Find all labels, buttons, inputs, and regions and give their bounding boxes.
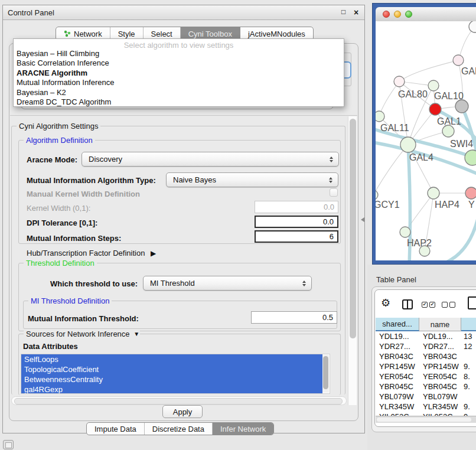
- cell-shared: YBL079W: [376, 392, 419, 401]
- algorithm-definition-title: Algorithm Definition: [24, 136, 95, 145]
- minimized-panel-icon[interactable]: [3, 440, 14, 449]
- float-window-icon[interactable]: □: [341, 8, 345, 16]
- settings-horizontal-scrollbar[interactable]: [11, 396, 347, 405]
- panel-divider-arrow[interactable]: [361, 217, 364, 222]
- which-threshold-combobox[interactable]: MI Threshold: [143, 276, 312, 291]
- table-row-partial[interactable]: YIL052CYIL052C9: [376, 412, 476, 416]
- mi-steps-field[interactable]: 6: [255, 230, 338, 243]
- settings-horizontal-scroll-thumb[interactable]: [14, 398, 343, 405]
- kernel-width-field[interactable]: 0.0: [255, 201, 338, 213]
- table-row[interactable]: YBR045CYBR045C9.: [376, 381, 476, 392]
- manual-kernel-checkbox[interactable]: [330, 188, 338, 197]
- algorithm-option[interactable]: Dream8 DC_TDC Algorithm: [14, 97, 344, 107]
- node-salmon[interactable]: [465, 187, 476, 199]
- cell-shared: YPR145W: [376, 362, 419, 371]
- mi-threshold-field[interactable]: 0.5: [251, 311, 337, 324]
- zoom-traffic-light-icon[interactable]: [405, 11, 412, 18]
- table-horizontal-scroll-thumb[interactable]: [377, 418, 471, 422]
- hub-definition-label: Hub/Transcription Factor Definition: [27, 249, 145, 257]
- mi-threshold-label: Mutual Information Threshold:: [28, 314, 139, 323]
- table-row[interactable]: YDR27...YDR27...12: [376, 341, 476, 351]
- mi-type-label: Mutual Information Algorithm Type:: [27, 176, 156, 185]
- node-gal4[interactable]: [400, 137, 416, 152]
- sources-group-title[interactable]: Sources for Network Inference ▼: [24, 330, 140, 338]
- settings-vertical-scroll-thumb[interactable]: [350, 119, 356, 338]
- aracne-mode-label: Aracne Mode:: [27, 155, 77, 164]
- apply-button[interactable]: Apply: [162, 405, 203, 418]
- hub-definition-toggle[interactable]: Hub/Transcription Factor Definition ▶: [27, 249, 152, 257]
- sources-title-label: Sources for Network Inference: [26, 330, 130, 338]
- checked-box-icon: ✔: [429, 302, 435, 308]
- algorithm-option[interactable]: Bayesian – K2: [14, 88, 344, 97]
- node-gal80[interactable]: [394, 76, 405, 87]
- algorithm-option[interactable]: Bayesian – Hill Climbing: [14, 49, 344, 58]
- algorithm-option[interactable]: Mutual Information Inference: [14, 78, 344, 87]
- node-gray[interactable]: [455, 100, 468, 113]
- select-all-checkboxes-icon[interactable]: ✔ ✔: [422, 302, 435, 308]
- table-row[interactable]: YBR043CYBR043C: [376, 351, 476, 361]
- deselect-all-checkboxes-icon[interactable]: [442, 302, 455, 308]
- table-row[interactable]: YLR345WYLR345W9.: [376, 402, 476, 412]
- mi-threshold-value: 0.5: [322, 313, 333, 322]
- aracne-mode-combobox[interactable]: Discovery: [81, 152, 339, 167]
- algorithm-option[interactable]: Basic Correlation Inference: [14, 58, 344, 68]
- settings-vertical-scrollbar[interactable]: [348, 116, 357, 405]
- tab-discretize-data[interactable]: Discretize Data: [145, 423, 213, 435]
- attribute-item-selected[interactable]: SelfLoops: [21, 354, 322, 364]
- cell-name: YDR27...: [419, 342, 461, 351]
- mi-threshold-title: MI Threshold Definition: [28, 296, 112, 305]
- control-panel-titlebar[interactable]: Control Panel □ ×: [3, 5, 364, 20]
- node-gcy1[interactable]: [376, 190, 378, 200]
- table-panel-title: Table Panel: [376, 275, 416, 284]
- table-row[interactable]: YER054CYER054C8.: [376, 371, 476, 381]
- network-window-titlebar[interactable]: [376, 7, 476, 22]
- kernel-width-label: Kernel Width (0,1):: [27, 204, 90, 213]
- dpi-tolerance-field[interactable]: 0.0: [255, 216, 338, 228]
- node-hap2[interactable]: [400, 227, 410, 237]
- node-gal10[interactable]: [428, 80, 439, 91]
- node-hap4[interactable]: [428, 187, 439, 199]
- tab-impute-data[interactable]: Impute Data: [87, 423, 145, 435]
- column-layout-icon[interactable]: [402, 299, 413, 309]
- cell-name: YBL079W: [419, 392, 461, 401]
- column-header-shared-label: shared...: [382, 319, 412, 328]
- table-settings-gear-icon[interactable]: ⚙: [381, 298, 390, 308]
- column-header-partial[interactable]: [461, 318, 476, 331]
- table-row[interactable]: YDL19...YDL19...13: [376, 331, 476, 341]
- mi-algorithm-type-combobox[interactable]: Naive Bayes: [166, 172, 338, 187]
- close-traffic-light-icon[interactable]: [383, 11, 390, 18]
- aracne-mode-value: Discovery: [89, 155, 122, 164]
- algorithm-option-highlighted[interactable]: ARACNE Algorithm: [14, 69, 344, 78]
- minimize-traffic-light-icon[interactable]: [394, 11, 401, 18]
- table-horizontal-scrollbar[interactable]: [376, 416, 476, 423]
- unchecked-box-icon: [449, 302, 455, 308]
- close-window-icon[interactable]: ×: [354, 8, 358, 17]
- attributes-scroll-thumb[interactable]: [323, 356, 328, 389]
- expanded-arrow-icon: ▼: [133, 331, 139, 337]
- network-canvas[interactable]: GAL GAL80 GAL10 GAL1 GAL11 SWI4 GAL4 GCY…: [376, 21, 476, 260]
- attribute-item-selected[interactable]: gal4RGexp: [21, 384, 322, 394]
- node-bright-green[interactable]: [465, 150, 476, 165]
- tab-infer-network[interactable]: Infer Network: [213, 423, 273, 435]
- cell-name: YLR345W: [419, 402, 461, 411]
- column-divider-glyph: [407, 301, 408, 308]
- node-label: GAL4: [409, 152, 433, 162]
- apply-button-label: Apply: [173, 407, 193, 416]
- combobox-arrows-icon: [329, 177, 332, 183]
- column-header-shared[interactable]: shared...: [376, 318, 419, 331]
- node-unlabeled-top[interactable]: [469, 21, 476, 32]
- node-swi4[interactable]: [442, 125, 454, 137]
- column-header-name[interactable]: name: [419, 318, 461, 331]
- table-row[interactable]: YBL079WYBL079W: [376, 392, 476, 402]
- node-gal1-selected[interactable]: [429, 103, 441, 115]
- document-icon-partial[interactable]: [468, 296, 476, 309]
- attributes-list-scrollbar[interactable]: [322, 355, 329, 393]
- cell-shared: YBR043C: [376, 352, 419, 361]
- table-row[interactable]: YPR145WYPR145W9.: [376, 361, 476, 371]
- node-gal-edge[interactable]: [453, 55, 464, 66]
- desktop: Control Panel □ × Network Style Select C…: [0, 0, 476, 450]
- node-gal11[interactable]: [376, 111, 384, 122]
- attribute-item-selected[interactable]: BetweennessCentrality: [21, 374, 322, 384]
- attribute-item-selected[interactable]: TopologicalCoefficient: [21, 364, 322, 374]
- dpi-tolerance-value: 0.0: [323, 217, 334, 226]
